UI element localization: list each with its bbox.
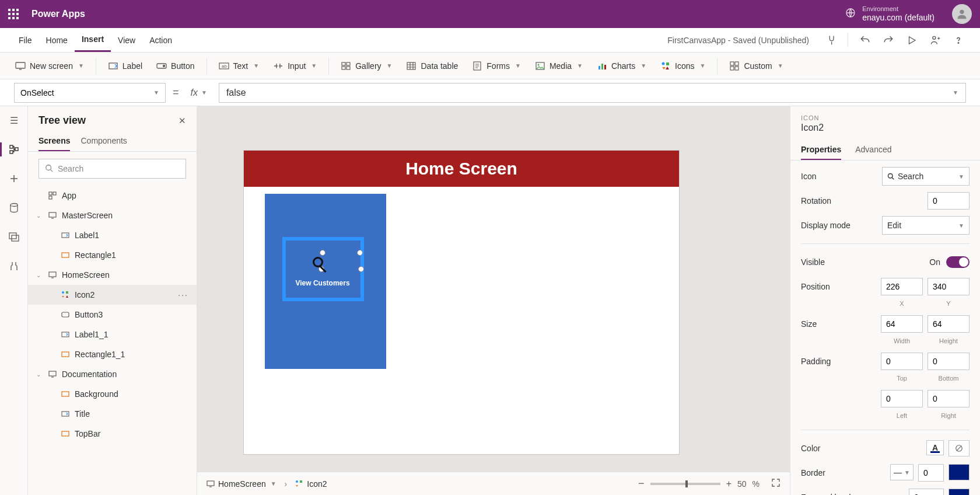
fx-button[interactable]: fx▼ bbox=[186, 88, 212, 98]
rail-add-icon[interactable] bbox=[6, 170, 22, 187]
zoom-slider[interactable] bbox=[650, 483, 720, 485]
tab-screens[interactable]: Screens bbox=[38, 131, 70, 151]
tab-components[interactable]: Components bbox=[80, 131, 127, 151]
more-icon[interactable]: ··· bbox=[178, 290, 188, 299]
app-checker-icon[interactable] bbox=[821, 30, 841, 50]
formula-input[interactable]: false ▼ bbox=[219, 83, 966, 103]
shape-icon bbox=[61, 252, 70, 259]
data-table-button[interactable]: Data table bbox=[400, 57, 464, 75]
prop-x-input[interactable] bbox=[881, 278, 923, 295]
divider bbox=[328, 58, 329, 74]
prop-pad-left-input[interactable] bbox=[881, 390, 923, 407]
tree-item-button3[interactable]: Button3 bbox=[28, 305, 197, 325]
prop-display-mode-select[interactable]: Edit▼ bbox=[882, 216, 970, 235]
forms-button[interactable]: Forms▼ bbox=[466, 57, 527, 75]
avatar[interactable] bbox=[952, 4, 972, 24]
prop-color-button[interactable]: A bbox=[926, 440, 944, 455]
prop-name: Icon2 bbox=[801, 123, 970, 133]
rail-media-icon[interactable] bbox=[6, 229, 22, 245]
property-select[interactable]: OnSelect ▼ bbox=[14, 83, 166, 103]
tree-item-icon2[interactable]: Icon2 ··· bbox=[28, 285, 197, 305]
label-button[interactable]: Label bbox=[102, 57, 148, 75]
rail-hamburger-icon[interactable]: ☰ bbox=[6, 112, 22, 128]
screen-icon bbox=[15, 61, 26, 71]
menu-view[interactable]: View bbox=[111, 28, 142, 52]
tree-item-label1[interactable]: Label1 bbox=[28, 225, 197, 245]
resize-handle[interactable] bbox=[358, 266, 364, 272]
app-launcher-icon[interactable] bbox=[8, 9, 19, 19]
help-icon[interactable] bbox=[949, 30, 968, 50]
breadcrumb-screen[interactable]: HomeScreen ▼ bbox=[206, 479, 276, 489]
undo-icon[interactable] bbox=[855, 30, 875, 50]
close-icon[interactable]: ✕ bbox=[178, 116, 186, 126]
button-button[interactable]: Button bbox=[150, 57, 200, 75]
svg-rect-10 bbox=[342, 62, 345, 65]
prop-height-input[interactable] bbox=[928, 315, 970, 333]
prop-pad-top-input[interactable] bbox=[881, 353, 923, 370]
rail-data-icon[interactable] bbox=[6, 200, 22, 216]
shape-icon bbox=[61, 391, 70, 398]
custom-button[interactable]: Custom▼ bbox=[723, 57, 789, 75]
prop-pad-bottom-input[interactable] bbox=[928, 353, 970, 370]
tree-item-rectangle1[interactable]: Rectangle1 bbox=[28, 245, 197, 265]
redo-icon[interactable] bbox=[878, 30, 898, 50]
gallery-button[interactable]: Gallery▼ bbox=[335, 57, 398, 75]
text-button[interactable]: ab Text▼ bbox=[213, 57, 265, 75]
new-screen-button[interactable]: New screen▼ bbox=[9, 57, 90, 75]
svg-point-17 bbox=[537, 64, 539, 65]
tree-item-documentation[interactable]: ⌄ Documentation bbox=[28, 364, 197, 384]
prop-border-color[interactable] bbox=[949, 464, 970, 480]
menu-home[interactable]: Home bbox=[39, 28, 75, 52]
share-icon[interactable] bbox=[925, 30, 945, 50]
prop-pad-right-input[interactable] bbox=[928, 390, 970, 407]
charts-button[interactable]: Charts▼ bbox=[591, 57, 652, 75]
resize-handle[interactable] bbox=[357, 250, 363, 256]
fit-screen-icon[interactable] bbox=[771, 478, 780, 489]
charts-icon bbox=[597, 61, 607, 71]
prop-icon-select[interactable]: Search ▼ bbox=[882, 167, 970, 186]
ribbon: New screen▼ Label Button ab Text▼ Input▼… bbox=[0, 53, 980, 79]
rail-tools-icon[interactable] bbox=[6, 258, 22, 274]
prop-focused-border-color[interactable] bbox=[949, 489, 970, 495]
media-button[interactable]: Media▼ bbox=[529, 57, 589, 75]
menu-insert[interactable]: Insert bbox=[75, 28, 111, 52]
prop-color-label: Color bbox=[801, 444, 926, 453]
tree-item-app[interactable]: App bbox=[28, 186, 197, 205]
prop-width-input[interactable] bbox=[881, 315, 923, 333]
tree-item-background[interactable]: Background bbox=[28, 384, 197, 404]
environment-picker[interactable]: Environment enayu.com (default) bbox=[845, 5, 935, 23]
menu-file[interactable]: File bbox=[12, 28, 39, 52]
play-icon[interactable] bbox=[902, 30, 922, 50]
prop-color-swatch[interactable] bbox=[949, 440, 970, 456]
prop-rotation-input[interactable] bbox=[928, 192, 970, 210]
svg-point-41 bbox=[62, 291, 64, 294]
gallery-label: Gallery bbox=[355, 61, 381, 71]
icons-button[interactable]: Icons▼ bbox=[654, 57, 711, 75]
prop-border-style[interactable]: — ▼ bbox=[890, 464, 914, 480]
prop-visible-toggle[interactable] bbox=[946, 256, 970, 268]
canvas-screen[interactable]: Home Screen View Customers bbox=[244, 151, 679, 454]
prop-border-width-input[interactable] bbox=[918, 464, 944, 482]
tab-advanced[interactable]: Advanced bbox=[855, 140, 891, 160]
svg-rect-20 bbox=[604, 65, 606, 69]
rail-tree-icon[interactable] bbox=[6, 141, 22, 158]
input-button[interactable]: Input▼ bbox=[267, 57, 323, 75]
tree-item-label1-1[interactable]: Label1_1 bbox=[28, 325, 197, 344]
resize-handle[interactable] bbox=[320, 250, 326, 256]
left-rail: ☰ bbox=[0, 106, 28, 495]
tree-item-homescreen[interactable]: ⌄ HomeScreen bbox=[28, 265, 197, 285]
zoom-out-button[interactable]: − bbox=[638, 477, 645, 490]
breadcrumb-item[interactable]: Icon2 bbox=[295, 479, 327, 489]
tree-item-rectangle1-1[interactable]: Rectangle1_1 bbox=[28, 344, 197, 364]
tab-properties[interactable]: Properties bbox=[801, 140, 841, 160]
search-input[interactable]: Search bbox=[38, 159, 186, 179]
tree-item-title[interactable]: Title bbox=[28, 404, 197, 424]
zoom-in-button[interactable]: + bbox=[726, 479, 732, 489]
prop-y-input[interactable] bbox=[928, 278, 970, 295]
menu-action[interactable]: Action bbox=[142, 28, 179, 52]
canvas-area[interactable]: Home Screen View Customers HomeScreen ▼ … bbox=[197, 106, 790, 495]
prop-focused-border-input[interactable] bbox=[909, 489, 944, 495]
tree-item-masterscreen[interactable]: ⌄ MasterScreen bbox=[28, 205, 197, 225]
svg-point-53 bbox=[888, 174, 893, 179]
tree-item-topbar[interactable]: TopBar bbox=[28, 424, 197, 444]
